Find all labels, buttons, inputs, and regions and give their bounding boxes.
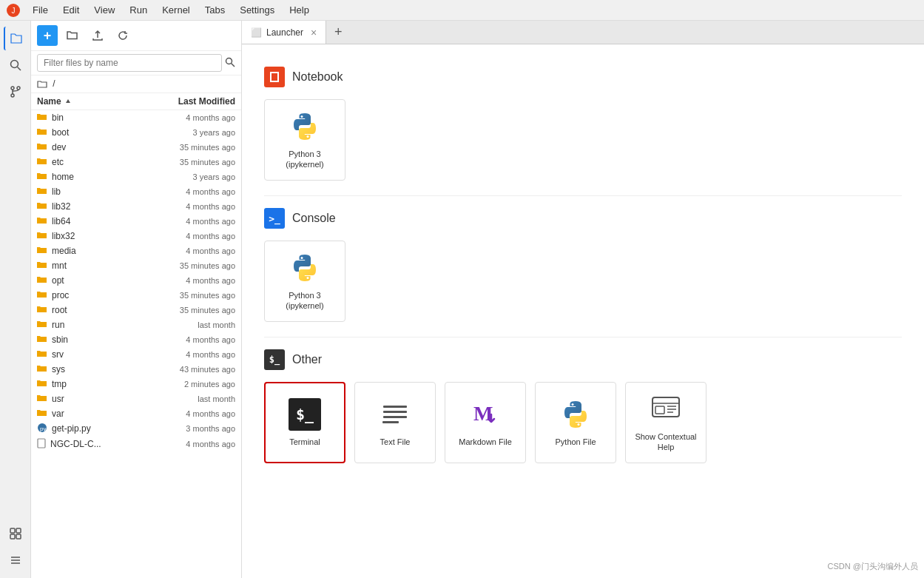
sidebar-search-btn[interactable] [4, 53, 27, 77]
contextual-help-card[interactable]: Show Contextual Help [625, 382, 707, 463]
new-launcher-button[interactable]: + [37, 25, 58, 46]
file-item[interactable]: srv4 months ago [31, 347, 241, 362]
file-name: proc [52, 290, 154, 300]
file-item[interactable]: bin4 months ago [31, 110, 241, 125]
svg-point-23 [307, 277, 309, 279]
file-item[interactable]: usrlast month [31, 392, 241, 406]
folder-icon [37, 289, 47, 301]
refresh-button[interactable] [112, 25, 133, 46]
other-cards: $_ Terminal Text File [264, 382, 902, 463]
svg-text:py: py [40, 426, 46, 432]
file-name: NGC-DL-C... [50, 439, 154, 449]
contextual-help-icon [650, 393, 682, 426]
file-name: bin [52, 112, 154, 123]
file-modified: 4 months ago [154, 246, 235, 255]
generic-file-icon [37, 438, 46, 451]
notebook-cards: Python 3 (ipykernel) [264, 99, 902, 181]
svg-point-4 [11, 87, 14, 90]
breadcrumb: / [31, 75, 241, 93]
file-modified: 35 minutes ago [154, 143, 235, 152]
tab-close-button[interactable]: × [311, 27, 317, 38]
menu-view[interactable]: View [88, 3, 121, 17]
svg-point-25 [572, 403, 574, 406]
sidebar-git-btn[interactable] [4, 80, 27, 104]
svg-rect-11 [16, 534, 21, 539]
svg-line-3 [17, 67, 21, 71]
file-item[interactable]: lib644 months ago [31, 214, 241, 229]
markdown-file-icon: M [469, 398, 502, 431]
file-item[interactable]: lib324 months ago [31, 199, 241, 214]
new-tab-button[interactable]: + [328, 22, 348, 43]
notebook-python3-card[interactable]: Python 3 (ipykernel) [264, 99, 345, 181]
menu-edit[interactable]: Edit [57, 3, 85, 17]
search-input[interactable] [37, 54, 222, 72]
file-item[interactable]: opt4 months ago [31, 273, 241, 288]
folder-icon [37, 275, 47, 286]
file-item[interactable]: lib4 months ago [31, 184, 241, 199]
folder-icon [37, 260, 47, 272]
file-item[interactable]: media4 months ago [31, 243, 241, 258]
file-item[interactable]: sys43 minutes ago [31, 362, 241, 377]
file-name: usr [52, 394, 154, 404]
file-item[interactable]: home3 years ago [31, 169, 241, 184]
terminal-card[interactable]: $_ Terminal [264, 382, 345, 463]
menu-tabs[interactable]: Tabs [199, 3, 231, 17]
file-name: run [52, 320, 154, 330]
sidebar-commands-btn[interactable] [4, 548, 27, 572]
upload-button[interactable] [87, 25, 108, 46]
console-python3-card[interactable]: Python 3 (ipykernel) [264, 241, 345, 322]
menu-run[interactable]: Run [124, 3, 153, 17]
file-item[interactable]: root35 minutes ago [31, 303, 241, 317]
menu-help[interactable]: Help [283, 3, 315, 17]
menu-file[interactable]: File [27, 3, 54, 17]
notebook-section-icon [264, 67, 285, 87]
other-divider [264, 337, 902, 337]
sidebar-files-btn[interactable] [4, 27, 27, 50]
file-modified: 4 months ago [154, 335, 235, 344]
file-name: libx32 [52, 231, 154, 241]
text-file-card-label: Text File [380, 437, 411, 447]
sidebar-extensions-btn[interactable] [4, 522, 27, 545]
svg-line-16 [232, 63, 235, 67]
file-item[interactable]: proc35 minutes ago [31, 288, 241, 303]
file-item[interactable]: libx324 months ago [31, 229, 241, 243]
file-item[interactable]: sbin4 months ago [31, 332, 241, 347]
menu-kernel[interactable]: Kernel [156, 3, 196, 17]
file-item[interactable]: tmp2 minutes ago [31, 377, 241, 392]
file-item[interactable]: boot3 years ago [31, 125, 241, 140]
file-list-header: Name Last Modified [31, 93, 241, 110]
file-name: root [52, 305, 154, 315]
markdown-file-card[interactable]: M Markdown File [445, 382, 526, 463]
search-submit-button[interactable] [225, 57, 235, 70]
sort-name-button[interactable]: Name [37, 96, 154, 107]
launcher-tab[interactable]: ⬜ Launcher × [242, 21, 326, 44]
icon-sidebar [0, 21, 31, 578]
folder-icon [37, 319, 47, 331]
file-item[interactable]: etc35 minutes ago [31, 155, 241, 169]
file-item[interactable]: dev35 minutes ago [31, 140, 241, 155]
new-folder-button[interactable] [62, 25, 83, 46]
svg-rect-29 [655, 406, 664, 414]
file-item[interactable]: runlast month [31, 317, 241, 332]
sort-modified-header: Last Modified [154, 96, 235, 107]
tab-bar: ⬜ Launcher × + [242, 21, 924, 44]
folder-icon [37, 304, 47, 316]
console-python3-label: Python 3 (ipykernel) [271, 290, 339, 312]
menu-settings[interactable]: Settings [234, 3, 280, 17]
file-item[interactable]: var4 months ago [31, 406, 241, 421]
terminal-icon: $_ [289, 398, 321, 431]
python-file-card[interactable]: Python File [535, 382, 616, 463]
folder-icon [37, 141, 47, 153]
file-modified: 3 months ago [154, 424, 235, 433]
file-item[interactable]: mnt35 minutes ago [31, 258, 241, 273]
folder-icon [37, 230, 47, 242]
file-item[interactable]: pyget-pip.py3 months ago [31, 421, 241, 437]
tab-label: Launcher [266, 27, 303, 38]
file-item[interactable]: NGC-DL-C...4 months ago [31, 437, 241, 452]
file-name: srv [52, 349, 154, 360]
console-section-label: Console [292, 212, 336, 225]
folder-icon [37, 349, 47, 360]
file-toolbar: + [31, 21, 241, 51]
contextual-help-card-label: Show Contextual Help [632, 431, 700, 453]
text-file-card[interactable]: Text File [354, 382, 436, 463]
